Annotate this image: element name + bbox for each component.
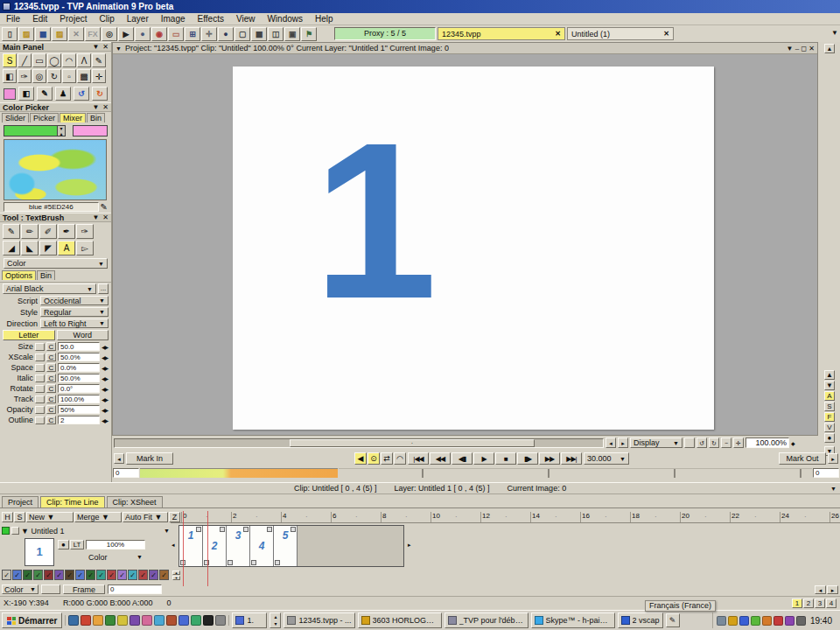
close-icon[interactable]: ✕ bbox=[102, 43, 108, 51]
toolbar-button[interactable]: ✛ bbox=[201, 27, 217, 41]
quick-launch-icon[interactable] bbox=[117, 615, 128, 626]
taskbar-divider-button[interactable]: ▴▾ bbox=[270, 612, 281, 628]
param-profile-button[interactable] bbox=[35, 396, 45, 403]
layer-color-swatch[interactable] bbox=[23, 570, 32, 580]
tab-close-icon[interactable]: ✕ bbox=[555, 30, 561, 38]
tool-button[interactable]: ✎ bbox=[92, 53, 106, 67]
toolbar-button[interactable]: ● bbox=[135, 27, 150, 41]
frame-cell[interactable]: 3 bbox=[227, 526, 250, 566]
layer-visible-indicator[interactable] bbox=[2, 527, 10, 535]
tool-button[interactable]: ◎ bbox=[32, 69, 46, 83]
tool-button[interactable]: Λ bbox=[77, 53, 91, 67]
drawing-page[interactable]: 1 bbox=[233, 66, 714, 430]
mark-in-arrow-icon[interactable]: ◂ bbox=[114, 453, 124, 464]
param-value-field[interactable]: 50.0% bbox=[58, 374, 100, 382]
document-tab[interactable]: Untitled (1) ✕ bbox=[567, 27, 674, 40]
collapse-icon[interactable]: ▼ bbox=[116, 46, 122, 52]
playhead-line-left[interactable] bbox=[183, 511, 184, 586]
layer-color-swatch[interactable] bbox=[75, 570, 85, 580]
frame-button[interactable]: Frame bbox=[63, 584, 105, 594]
param-value-field[interactable]: 50.0 bbox=[58, 342, 100, 351]
display-dropdown[interactable]: Display ▼ bbox=[630, 438, 682, 448]
spacer-button[interactable] bbox=[684, 438, 695, 448]
toolbar-button[interactable]: ⚑ bbox=[301, 27, 317, 41]
transport-button[interactable]: ▶▶ bbox=[539, 452, 560, 465]
mark-in-button[interactable]: Mark In bbox=[126, 452, 173, 465]
playhead-line-right[interactable] bbox=[207, 511, 208, 586]
menu-item[interactable]: Project bbox=[53, 14, 93, 24]
param-curve-button[interactable]: C bbox=[46, 395, 56, 403]
layer-options-icon[interactable]: ▼ bbox=[164, 528, 170, 534]
tool-button[interactable]: ▭ bbox=[32, 53, 46, 67]
param-curve-button[interactable]: C bbox=[46, 363, 56, 372]
frames-right-arrow-icon[interactable]: ▸ bbox=[408, 542, 411, 549]
workspace-page-button[interactable]: 3 bbox=[815, 598, 825, 608]
toolbar-button[interactable]: ▭ bbox=[168, 27, 184, 41]
toolbar-button[interactable]: ▦ bbox=[251, 27, 267, 41]
tab-list-dropdown-icon[interactable]: ▼ bbox=[831, 29, 838, 37]
tool-button[interactable]: ◯ bbox=[47, 53, 61, 67]
quick-launch-icon[interactable] bbox=[166, 615, 177, 626]
font-dropdown[interactable]: Arial Black ▼ bbox=[3, 284, 96, 294]
collapse-icon[interactable]: ▼ bbox=[92, 43, 99, 51]
quick-launch-icon[interactable] bbox=[178, 615, 189, 626]
transport-toggle[interactable]: ⇄ bbox=[381, 452, 393, 465]
redo-button[interactable]: ↻ bbox=[92, 87, 108, 101]
menu-item[interactable]: Layer bbox=[121, 14, 155, 24]
main-panel-header[interactable]: Main Panel ▼✕ bbox=[0, 42, 111, 52]
lock-icon[interactable]: ● bbox=[58, 540, 69, 550]
brush-button[interactable]: ◢ bbox=[3, 241, 20, 256]
toolbar-button[interactable]: ◫ bbox=[268, 27, 284, 41]
style-dropdown[interactable]: Regular ▼ bbox=[40, 307, 108, 317]
merge-dropdown[interactable]: Merge ▼ bbox=[74, 512, 122, 522]
param-profile-button[interactable] bbox=[35, 343, 45, 351]
tab-picker[interactable]: Picker bbox=[30, 113, 59, 122]
tab-mixer[interactable]: Mixer bbox=[60, 113, 86, 122]
layer-color-swatch[interactable] bbox=[86, 570, 95, 580]
swatch-down-icon[interactable]: ▼ bbox=[172, 576, 180, 580]
nav-start-field[interactable]: 0 bbox=[113, 468, 139, 478]
param-spinner[interactable]: ◀▶ bbox=[102, 396, 108, 402]
frames-left-arrow-icon[interactable]: ◂ bbox=[172, 542, 175, 549]
tool-button[interactable]: ◠ bbox=[62, 53, 76, 67]
workspace-page-button[interactable]: 2 bbox=[803, 598, 814, 608]
tray-icon[interactable] bbox=[717, 616, 726, 626]
letter-mode-button[interactable]: Letter bbox=[3, 330, 55, 340]
brush-button[interactable]: A bbox=[58, 241, 75, 256]
brush-button[interactable]: ✏ bbox=[21, 224, 38, 239]
tab-clip-xsheet[interactable]: Clip: XSheet bbox=[107, 496, 163, 508]
param-value-field[interactable]: 2 bbox=[58, 416, 100, 424]
zoom-value-field[interactable]: 100.00% bbox=[746, 438, 789, 448]
layer-color-swatch[interactable] bbox=[128, 570, 137, 580]
param-spinner[interactable]: ◀▶ bbox=[102, 417, 108, 424]
font-browse-button[interactable]: ... bbox=[98, 284, 108, 294]
bw-toggle-icon[interactable]: ◧ bbox=[18, 87, 34, 101]
swatch-up-icon[interactable]: ▲ bbox=[172, 570, 180, 575]
param-profile-button[interactable] bbox=[35, 406, 45, 414]
quick-launch-icon[interactable] bbox=[68, 615, 79, 626]
close-icon[interactable]: ✕ bbox=[102, 103, 108, 111]
tool-button[interactable]: ╱ bbox=[18, 53, 32, 67]
frame-cell[interactable]: 5 bbox=[274, 526, 298, 566]
light-table-button[interactable]: LT bbox=[70, 540, 84, 550]
mark-out-arrow-icon[interactable]: ▸ bbox=[828, 453, 838, 464]
tray-icon[interactable] bbox=[762, 616, 772, 626]
next-view-button[interactable]: ▸ bbox=[618, 438, 628, 448]
status-dropdown-icon[interactable]: ▼ bbox=[830, 486, 836, 492]
toolbar-button[interactable]: ▣ bbox=[284, 27, 300, 41]
tray-icon[interactable] bbox=[739, 616, 749, 626]
transport-button[interactable]: ◀▮ bbox=[452, 452, 472, 465]
collapse-icon[interactable]: ▼ bbox=[92, 103, 99, 111]
menu-item[interactable]: View bbox=[230, 14, 262, 24]
param-value-field[interactable]: 50.0% bbox=[58, 353, 100, 361]
document-tab-active[interactable]: 12345.tvpp ✕ bbox=[438, 27, 565, 40]
toolbar-button[interactable]: FX bbox=[85, 27, 101, 41]
mark-out-button[interactable]: Mark Out bbox=[779, 452, 826, 465]
toolbar-button[interactable]: ▦ bbox=[35, 27, 51, 41]
tab-clip-timeline[interactable]: Clip: Time Line bbox=[40, 496, 105, 508]
menu-item[interactable]: Windows bbox=[261, 14, 309, 24]
param-curve-button[interactable]: C bbox=[46, 353, 56, 361]
quick-launch-icon[interactable] bbox=[154, 615, 164, 626]
swatch-all-toggle[interactable] bbox=[2, 570, 11, 580]
color-picker-header[interactable]: Color Picker ▼✕ bbox=[0, 102, 111, 112]
